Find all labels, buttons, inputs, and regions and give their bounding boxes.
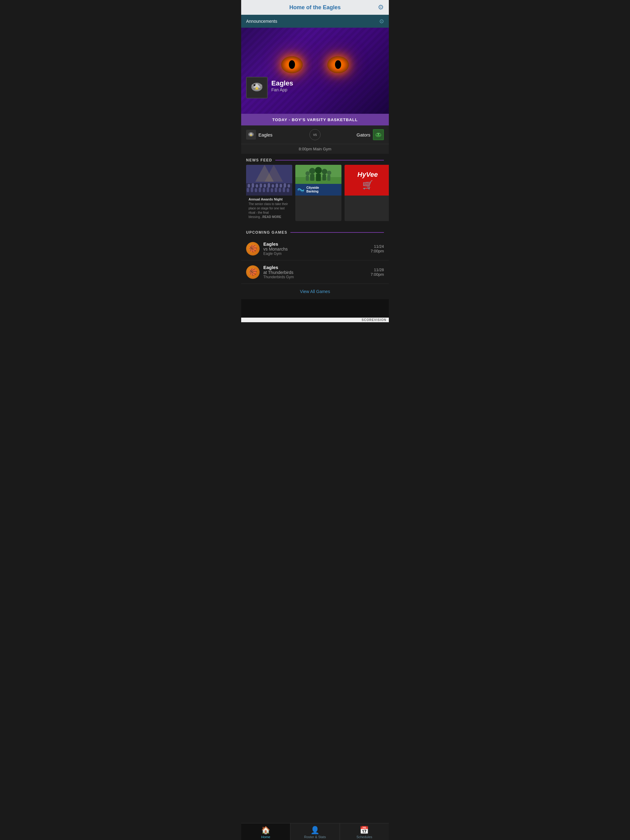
- svg-rect-46: [310, 174, 314, 181]
- away-team-name: Gators: [356, 132, 370, 137]
- game-venue-0: Eagle Gym: [263, 251, 367, 256]
- scorevision-bar: SCOREVISION: [241, 317, 389, 322]
- svg-rect-23: [264, 184, 266, 188]
- game-details-1: Eagles at Thunderbirds Thunderbirds Gym: [263, 265, 367, 279]
- upcoming-games-divider: [290, 232, 384, 233]
- banking-wave-icon: [297, 186, 304, 193]
- game-details-0: Eagles vs Monarchs Eagle Gym: [263, 242, 367, 256]
- svg-rect-28: [283, 183, 286, 188]
- svg-rect-34: [263, 188, 265, 192]
- game-date-1: 11/28: [371, 267, 384, 272]
- news-feed-divider: [275, 160, 384, 161]
- announcements-label: Announcements: [246, 19, 277, 24]
- svg-rect-30: [247, 188, 249, 192]
- game-time-0: 11/24 7:00pm: [371, 244, 384, 253]
- svg-point-45: [309, 168, 315, 174]
- game-venue-1: Thunderbirds Gym: [263, 275, 367, 279]
- svg-rect-33: [259, 188, 261, 192]
- svg-point-53: [327, 171, 331, 175]
- hero-banner: Eagles Fan App: [241, 28, 389, 114]
- svg-rect-54: [327, 175, 330, 181]
- hyvee-cart-icon: 🛒: [362, 180, 373, 190]
- crowd-illustration: [246, 165, 292, 196]
- banking-logo: CitywideBanking: [295, 184, 342, 196]
- bottom-spacer: [241, 299, 389, 317]
- banking-image: CitywideBanking: [295, 165, 342, 196]
- away-team-logo: [373, 129, 384, 140]
- hyvee-image: HyVee 🛒: [345, 165, 389, 196]
- app-header: Home of the Eagles ⚙: [241, 0, 389, 15]
- svg-point-49: [322, 169, 327, 174]
- news-feed-title: NEWS FEED: [246, 158, 272, 163]
- home-team-logo: [246, 130, 256, 140]
- today-game-header: TODAY - BOY'S VARSITY BASKETBALL: [241, 114, 389, 125]
- svg-rect-20: [252, 183, 254, 188]
- game-time-1: 11/28 7:00pm: [371, 267, 384, 277]
- svg-rect-36: [271, 188, 273, 192]
- svg-rect-19: [248, 184, 250, 188]
- svg-rect-29: [288, 184, 290, 188]
- svg-point-51: [306, 171, 310, 175]
- basketball-icon-0: 🏀: [246, 242, 260, 256]
- banking-name-text: CitywideBanking: [306, 186, 319, 193]
- team-logo: [246, 77, 268, 98]
- today-game-title: TODAY - BOY'S VARSITY BASKETBALL: [272, 117, 358, 122]
- today-game-section: TODAY - BOY'S VARSITY BASKETBALL Eagles …: [241, 114, 389, 154]
- view-all-text: View All Games: [300, 289, 330, 294]
- game-hour-1: 7:00pm: [371, 272, 384, 277]
- game-hour-0: 7:00pm: [371, 249, 384, 253]
- game-item-0[interactable]: 🏀 Eagles vs Monarchs Eagle Gym 11/24 7:0…: [241, 237, 389, 261]
- svg-rect-32: [255, 188, 257, 192]
- upcoming-games-section: UPCOMING GAMES 🏀 Eagles vs Monarchs Eagl…: [241, 226, 389, 299]
- read-more-link[interactable]: READ MORE: [263, 215, 281, 219]
- svg-rect-27: [280, 184, 282, 188]
- game-date-0: 11/24: [371, 244, 384, 249]
- svg-rect-48: [316, 174, 321, 181]
- svg-rect-40: [287, 188, 289, 192]
- svg-rect-25: [272, 184, 274, 188]
- family-photo: [295, 165, 342, 185]
- announcements-bar: Announcements ⊙: [241, 15, 389, 28]
- awards-text: The senior class to take their place on …: [249, 202, 290, 219]
- svg-rect-37: [275, 188, 277, 192]
- away-team: Gators: [321, 129, 384, 140]
- basketball-icon-1: 🏀: [246, 265, 260, 279]
- team-name: Eagles: [271, 79, 293, 87]
- svg-rect-26: [275, 183, 278, 188]
- awards-image: [246, 165, 292, 196]
- svg-rect-22: [260, 183, 262, 188]
- announcements-icon[interactable]: ⊙: [379, 18, 384, 25]
- game-opponent-0: vs Monarchs: [263, 246, 367, 251]
- svg-rect-35: [267, 187, 269, 192]
- home-team: Eagles: [246, 130, 309, 140]
- upcoming-games-header: UPCOMING GAMES: [241, 226, 389, 237]
- news-card-awards[interactable]: Annual Awards Night The senior class to …: [246, 165, 292, 221]
- team-subtitle: Fan App: [271, 87, 293, 92]
- view-all-games-button[interactable]: View All Games: [241, 284, 389, 299]
- game-matchup[interactable]: Eagles vs Gators: [241, 125, 389, 144]
- news-card-hyvee[interactable]: HyVee 🛒: [345, 165, 389, 221]
- eagle-logo-svg: [248, 78, 266, 97]
- scorevision-label: SCOREVISION: [362, 318, 386, 322]
- team-name-block: Eagles Fan App: [271, 77, 293, 92]
- game-item-1[interactable]: 🏀 Eagles at Thunderbirds Thunderbirds Gy…: [241, 261, 389, 284]
- awards-title: Annual Awards Night: [249, 197, 290, 201]
- news-feed-header: NEWS FEED: [241, 154, 389, 165]
- game-opponent-1: at Thunderbirds: [263, 270, 367, 275]
- upcoming-games-title: UPCOMING GAMES: [246, 230, 287, 235]
- eagle-eyes: [241, 28, 389, 114]
- svg-point-15: [377, 134, 378, 135]
- svg-point-3: [253, 84, 255, 86]
- news-feed-container: Annual Awards Night The senior class to …: [241, 165, 389, 226]
- svg-rect-52: [306, 175, 309, 181]
- svg-rect-31: [251, 187, 253, 192]
- svg-rect-39: [283, 187, 285, 192]
- hyvee-brand: HyVee: [358, 171, 378, 178]
- gear-icon[interactable]: ⚙: [378, 3, 384, 11]
- news-card-banking[interactable]: CitywideBanking: [295, 165, 342, 221]
- right-eye: [327, 56, 349, 73]
- svg-rect-24: [268, 183, 270, 188]
- svg-rect-21: [256, 184, 258, 188]
- header-title: Home of the Eagles: [289, 4, 340, 11]
- svg-rect-50: [322, 174, 326, 180]
